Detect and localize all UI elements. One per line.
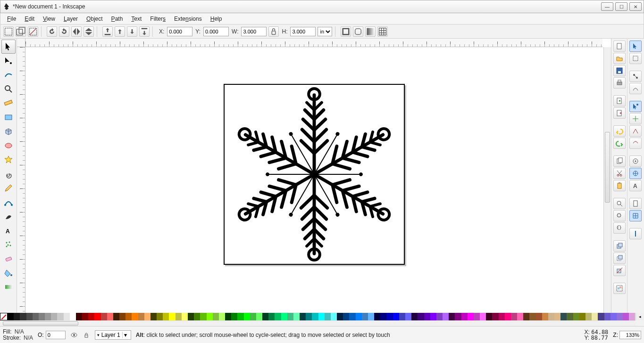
palette-swatch[interactable]: [57, 313, 63, 320]
palette-swatch[interactable]: [560, 313, 567, 320]
palette-swatch[interactable]: [163, 313, 169, 320]
lower-bottom-button[interactable]: [139, 26, 150, 37]
palette-swatch[interactable]: [94, 313, 100, 320]
calligraphy-tool[interactable]: [1, 209, 16, 223]
palette-swatch[interactable]: [219, 313, 225, 320]
palette-swatch[interactable]: [70, 313, 76, 320]
palette-swatch[interactable]: [436, 313, 443, 320]
palette-swatch[interactable]: [598, 313, 604, 320]
palette-swatch[interactable]: [119, 313, 125, 320]
zoom-drawing-button[interactable]: [613, 210, 626, 221]
snowflake-drawing[interactable]: [225, 85, 404, 264]
palette-swatch[interactable]: [39, 313, 45, 320]
ruler-horizontal[interactable]: [25, 39, 602, 47]
palette-swatch[interactable]: [312, 313, 318, 320]
palette-swatch[interactable]: [101, 313, 107, 320]
raise-button[interactable]: [115, 26, 125, 37]
palette-swatch[interactable]: [343, 313, 349, 320]
palette-swatch[interactable]: [592, 313, 598, 320]
duplicate-button[interactable]: [613, 240, 626, 252]
paste-button[interactable]: [613, 180, 626, 191]
palette-swatch[interactable]: [107, 313, 113, 320]
palette-swatch[interactable]: [399, 313, 405, 320]
palette-swatch[interactable]: [474, 313, 480, 320]
eraser-tool[interactable]: [1, 252, 16, 266]
palette-swatch[interactable]: [151, 313, 157, 320]
zoom-selection-button[interactable]: [613, 198, 626, 209]
affect-stroke-button[interactable]: [341, 26, 351, 37]
save-button[interactable]: [613, 65, 626, 76]
palette-swatch[interactable]: [529, 313, 535, 320]
unlink-clone-button[interactable]: [613, 265, 626, 276]
palette-swatch[interactable]: [26, 313, 33, 320]
palette-swatch[interactable]: [45, 313, 51, 320]
menu-file[interactable]: File: [3, 15, 20, 23]
menu-layer[interactable]: Layer: [60, 15, 82, 23]
palette-swatch[interactable]: [573, 313, 579, 320]
snap-intersect-button[interactable]: [629, 113, 642, 124]
palette-swatch[interactable]: [449, 313, 455, 320]
palette-swatch[interactable]: [8, 313, 14, 320]
layer-lock-toggle[interactable]: [83, 331, 90, 339]
palette-swatches[interactable]: [8, 313, 636, 320]
palette-swatch[interactable]: [349, 313, 355, 320]
palette-swatch[interactable]: [536, 313, 542, 320]
palette-swatch[interactable]: [318, 313, 325, 320]
palette-swatch[interactable]: [604, 313, 611, 320]
palette-swatch[interactable]: [14, 313, 20, 320]
unit-select[interactable]: in: [318, 27, 332, 36]
menu-object[interactable]: Object: [83, 15, 107, 23]
flip-h-button[interactable]: [71, 26, 82, 37]
ellipse-tool[interactable]: [1, 139, 16, 153]
snap-grid-button[interactable]: [629, 210, 642, 221]
scrollbar-vertical[interactable]: [603, 47, 611, 318]
copy-button[interactable]: [613, 155, 626, 167]
snap-rotation-button[interactable]: [629, 168, 642, 179]
deselect-button[interactable]: [28, 26, 38, 37]
palette-swatch[interactable]: [51, 313, 57, 320]
rectangle-tool[interactable]: [1, 110, 16, 124]
palette-swatch[interactable]: [256, 313, 262, 320]
palette-swatch[interactable]: [268, 313, 275, 320]
palette-swatch[interactable]: [356, 313, 362, 320]
rotate-ccw-button[interactable]: [47, 26, 57, 37]
palette-swatch[interactable]: [169, 313, 175, 320]
palette-swatch[interactable]: [629, 313, 635, 320]
palette-swatch[interactable]: [82, 313, 88, 320]
palette-swatch[interactable]: [486, 313, 492, 320]
palette-swatch[interactable]: [542, 313, 548, 320]
gradient-tool[interactable]: [1, 280, 16, 294]
palette-none-swatch[interactable]: [0, 313, 8, 320]
palette-swatch[interactable]: [455, 313, 461, 320]
new-doc-button[interactable]: [613, 41, 626, 52]
palette-swatch[interactable]: [368, 313, 374, 320]
snap-page-button[interactable]: [629, 198, 642, 209]
palette-swatch[interactable]: [194, 313, 200, 320]
lower-button[interactable]: [127, 26, 137, 37]
opacity-input[interactable]: [46, 331, 66, 339]
flip-v-button[interactable]: [84, 26, 94, 37]
palette-swatch[interactable]: [418, 313, 424, 320]
palette-swatch[interactable]: [430, 313, 436, 320]
measure-tool[interactable]: [1, 96, 16, 110]
palette-swatch[interactable]: [617, 313, 623, 320]
layer-visibility-toggle[interactable]: [70, 331, 78, 339]
palette-swatch[interactable]: [125, 313, 132, 320]
ruler-vertical[interactable]: [17, 47, 25, 318]
palette-swatch[interactable]: [623, 313, 629, 320]
tweak-tool[interactable]: [1, 68, 16, 82]
palette-swatch[interactable]: [511, 313, 517, 320]
palette-swatch[interactable]: [88, 313, 94, 320]
palette-swatch[interactable]: [250, 313, 256, 320]
palette-swatch[interactable]: [182, 313, 188, 320]
palette-swatch[interactable]: [585, 313, 592, 320]
layer-selector[interactable]: ▾ Layer 1 ▾: [95, 330, 131, 340]
palette-swatch[interactable]: [611, 313, 617, 320]
redo-button[interactable]: [613, 138, 626, 149]
palette-swatch[interactable]: [567, 313, 573, 320]
undo-button[interactable]: [613, 125, 626, 137]
palette-swatch[interactable]: [393, 313, 399, 320]
lock-aspect-button[interactable]: [268, 26, 279, 37]
palette-swatch[interactable]: [554, 313, 560, 320]
palette-swatch[interactable]: [505, 313, 511, 320]
